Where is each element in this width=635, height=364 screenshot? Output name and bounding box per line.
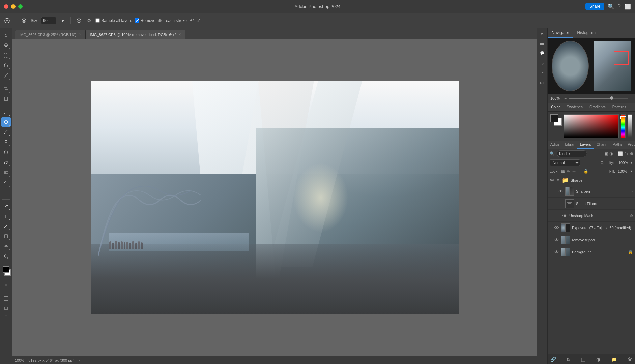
tab-navigator[interactable]: Navigator [548, 28, 573, 38]
search-icon[interactable]: 🔍 [608, 3, 614, 10]
size-input[interactable] [41, 17, 56, 24]
size-dropdown[interactable]: ▼ [59, 17, 66, 24]
link-layers-icon[interactable]: 🔗 [550, 357, 556, 362]
canvas-image[interactable] [91, 81, 459, 314]
foreground-swatch[interactable] [550, 114, 558, 122]
quick-mask-button[interactable] [1, 280, 11, 290]
history-brush-tool[interactable] [1, 148, 11, 157]
eye-icon-unsharp-mask[interactable]: 👁 [562, 213, 567, 218]
filter-smart-icon[interactable]: ⭮ [624, 151, 628, 156]
filter-search-box[interactable]: Kind ▼ [557, 150, 587, 157]
color-spectrum[interactable] [564, 114, 619, 138]
tab-swatches[interactable]: Swatches [563, 103, 586, 111]
collapse-arrow-sharpen[interactable]: ▼ [556, 178, 560, 182]
tool-options-button[interactable]: ⚙ [86, 17, 93, 24]
help-icon[interactable]: ? [618, 3, 621, 9]
isk-button[interactable]: ISK [538, 60, 547, 69]
eye-icon-sharpen[interactable]: 👁 [558, 189, 563, 194]
lock-move-icon[interactable]: ✛ [572, 169, 576, 174]
filter-shape-icon[interactable]: ⬜ [618, 151, 623, 156]
maximize-button[interactable] [18, 4, 23, 9]
unsharp-mask-options[interactable]: ⟰ [630, 213, 633, 218]
eye-icon-group-sharpen[interactable]: 👁 [550, 178, 554, 183]
eye-icon-background[interactable]: 👁 [554, 249, 559, 255]
panels-icon[interactable]: ⬜ [624, 3, 631, 10]
layer-row-remove-tripod[interactable]: 👁 remove tripod [548, 234, 635, 246]
tab-adjust[interactable]: Adjus [548, 141, 562, 149]
trash-icon[interactable]: 🗑 [628, 357, 632, 362]
tab-img8627[interactable]: IMG_8627.CR3 @ 100% (remove tripod, RGB/… [86, 30, 185, 39]
screen-mode-button[interactable] [1, 294, 11, 303]
foreground-color[interactable] [3, 266, 9, 273]
adjustment-icon[interactable]: ◑ [596, 357, 600, 362]
close-button[interactable] [4, 4, 8, 9]
sample-all-layers-checkbox[interactable] [95, 18, 100, 23]
remove-after-stroke-label[interactable]: Remove after each stroke [141, 18, 187, 23]
zoom-tool[interactable] [1, 252, 11, 261]
tab-layers[interactable]: Layers [577, 141, 594, 149]
filter-pixel-icon[interactable]: ▣ [604, 151, 608, 156]
layer-row-smart-filters[interactable]: 👁 Smart Filters [548, 198, 635, 210]
tab-properties[interactable]: Proper [625, 141, 635, 149]
path-selection-tool[interactable]: ▶ [1, 221, 11, 231]
healing-tool-button[interactable] [3, 17, 11, 24]
tab-paths[interactable]: Paths [610, 141, 625, 149]
frame-tool[interactable] [1, 94, 11, 103]
tab-gradients[interactable]: Gradients [586, 103, 609, 111]
lock-paint-icon[interactable]: ✏ [567, 169, 570, 174]
ic-button[interactable]: IC [538, 69, 547, 78]
color-opacity-bar[interactable] [628, 114, 632, 138]
artboard-button[interactable] [1, 304, 11, 313]
layer-row-sharpen[interactable]: 👁 Sharpen ○ [548, 185, 635, 198]
confirm-icon[interactable]: ✓ [197, 17, 201, 24]
color-hue-bar[interactable] [621, 114, 626, 138]
layer-group-sharpen[interactable]: 👁 ▼ 📁 Sharpen [548, 175, 635, 185]
filter-kind-label[interactable]: Kind [559, 152, 567, 156]
lock-checkerboard-icon[interactable]: ▦ [561, 169, 565, 174]
opacity-value[interactable]: 100% [616, 161, 628, 165]
source-button[interactable] [20, 17, 28, 24]
layer-row-unsharp-mask[interactable]: 👁 Unsharp Mask ⟰ [548, 210, 635, 222]
tab-patterns[interactable]: Patterns [609, 103, 630, 111]
home-button[interactable]: ⌂ [1, 30, 11, 40]
fill-value[interactable]: 100% [618, 169, 627, 173]
tab-img8626[interactable]: IMG_8626.CR3 @ 25% (RGB/16*) ✕ [15, 30, 86, 39]
shape-tool[interactable]: ▶ [1, 232, 11, 241]
magic-wand-tool[interactable]: ▶ [1, 71, 11, 80]
lock-artboard-icon[interactable]: ⬚ [578, 169, 581, 174]
brush-tool[interactable]: ▶ [1, 127, 11, 137]
undo-icon[interactable]: ↶ [190, 17, 194, 24]
mask-icon[interactable]: ⬚ [581, 357, 585, 362]
tab-close-1[interactable]: ✕ [79, 33, 81, 36]
rt-button[interactable]: RT [538, 79, 547, 88]
fx-icon[interactable]: fx [567, 357, 570, 362]
zoom-slider[interactable] [569, 98, 628, 99]
move-tool[interactable]: ▶ [1, 40, 11, 50]
layer-row-background[interactable]: 👁 Background 🔒 [548, 246, 635, 258]
hand-tool[interactable]: ▶ [1, 242, 11, 251]
eraser-tool[interactable]: ▶ [1, 158, 11, 167]
collapse-panel-button[interactable]: » [538, 30, 547, 38]
layers-icon-button[interactable] [538, 39, 547, 48]
folder-new-icon[interactable]: 📁 [611, 357, 617, 362]
lock-all-icon[interactable]: 🔒 [583, 169, 588, 174]
pen-tool[interactable]: ▶ [1, 201, 11, 211]
type-tool[interactable]: T ▶ [1, 211, 11, 221]
filter-type-icon[interactable]: T [614, 151, 616, 156]
filter-adj-icon[interactable]: ◑ [609, 151, 613, 156]
more-tools[interactable]: ··· [4, 314, 7, 317]
fill-dropdown[interactable]: ▼ [630, 170, 633, 173]
clone-stamp-tool[interactable]: ▶ [1, 138, 11, 147]
lasso-tool[interactable]: ▶ [1, 61, 11, 70]
brush-settings-button[interactable] [75, 17, 83, 24]
opacity-dropdown[interactable]: ▼ [630, 161, 633, 164]
crop-tool[interactable]: ▶ [1, 84, 11, 93]
spot-healing-tool[interactable]: ▶ [1, 117, 11, 127]
sample-all-layers-label[interactable]: Sample all layers [101, 18, 132, 23]
blur-tool[interactable]: ▶ [1, 178, 11, 187]
layer-row-exposure[interactable]: 👁 Exposure X7 - Fuji...ia 50 (modified) [548, 222, 635, 234]
tab-close-2[interactable]: ✕ [178, 33, 181, 36]
tab-histogram[interactable]: Histogram [573, 28, 600, 38]
layer-options-icon[interactable]: ○ [631, 189, 633, 194]
zoom-out-icon[interactable]: − [564, 96, 567, 101]
